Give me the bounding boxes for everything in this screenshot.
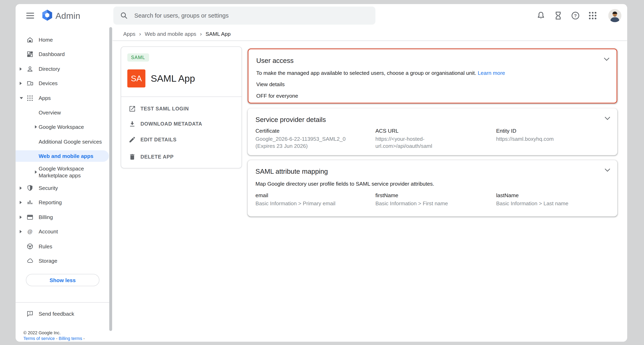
app-title: SAML App: [151, 69, 195, 87]
expand-right-icon[interactable]: [20, 186, 22, 190]
top-app-bar: Admin Search for users, groups or settin…: [16, 4, 627, 27]
sidebar-item-security[interactable]: Security: [16, 182, 109, 194]
sidebar-item-account[interactable]: @ Account: [16, 226, 109, 238]
expand-right-icon[interactable]: [20, 82, 22, 85]
expand-right-icon[interactable]: [35, 125, 37, 128]
breadcrumb-current: SAML App: [206, 30, 230, 36]
sidebar-item-apps[interactable]: Apps: [16, 92, 109, 104]
sidebar-item-devices[interactable]: Devices: [16, 78, 109, 89]
pencil-icon: [129, 136, 136, 143]
download-metadata-button[interactable]: DOWNLOAD METADATA: [121, 116, 242, 132]
panel-title: User access: [256, 56, 608, 65]
sidebar-item-directory[interactable]: Directory: [16, 63, 109, 75]
hamburger-menu-icon[interactable]: [25, 11, 35, 21]
at-sign-icon: @: [26, 228, 34, 236]
brand-logo: Admin: [42, 10, 80, 23]
email-mapping-field: email Basic Information > Primary email: [256, 192, 376, 207]
sidebar-item-home[interactable]: Home: [16, 34, 109, 46]
settings-panels: User access To make the managed app avai…: [248, 48, 617, 222]
user-avatar[interactable]: [608, 9, 621, 22]
hourglass-icon[interactable]: [553, 11, 563, 21]
dashboard-icon: [26, 50, 34, 58]
svg-text:?: ?: [574, 13, 577, 18]
app-monogram-avatar: SA: [127, 69, 145, 87]
open-in-new-icon: [129, 105, 136, 112]
chevron-right-icon: ›: [200, 30, 202, 37]
panel-title: SAML attribute mapping: [256, 167, 610, 176]
topbar-actions: ?: [536, 4, 621, 27]
devices-icon: [26, 80, 34, 87]
expand-right-icon[interactable]: [35, 170, 37, 174]
expand-right-icon[interactable]: [20, 201, 22, 204]
delete-app-button[interactable]: DELETE APP: [121, 149, 242, 164]
apps-grid-icon[interactable]: [588, 11, 598, 21]
sidebar-item-google-workspace[interactable]: Google Workspace: [16, 121, 109, 133]
help-icon[interactable]: ?: [570, 11, 580, 21]
sidebar-scrollbar[interactable]: [109, 27, 112, 331]
copyright-text: © 2022 Google Inc.: [24, 330, 85, 336]
brand-name: Admin: [56, 11, 80, 21]
bar-chart-icon: [26, 199, 34, 206]
expand-right-icon[interactable]: [20, 216, 22, 219]
sidebar-divider: [16, 302, 109, 303]
chevron-down-icon[interactable]: [604, 58, 610, 61]
sidebar-item-additional-google-services[interactable]: Additional Google services: [16, 136, 109, 148]
cloud-icon: [26, 257, 34, 264]
expand-right-icon[interactable]: [20, 230, 22, 233]
terms-of-service-link[interactable]: Terms of service: [24, 336, 55, 341]
sidebar-footer: © 2022 Google Inc. Terms of service - Bi…: [24, 330, 85, 341]
saml-type-badge: SAML: [127, 54, 149, 62]
sidebar-nav: Home Dashboard Directory D: [16, 27, 110, 342]
test-saml-login-button[interactable]: TEST SAML LOGIN: [121, 101, 242, 116]
acs-url-field: ACS URL https://<your-hosted- url.com>/a…: [376, 127, 496, 150]
breadcrumb: Apps › Web and mobile apps › SAML App: [112, 27, 627, 41]
breadcrumb-web-and-mobile-apps[interactable]: Web and mobile apps: [144, 30, 196, 36]
bell-icon[interactable]: [536, 11, 546, 21]
page: Admin Search for users, groups or settin…: [0, 0, 644, 345]
svg-text:@: @: [27, 229, 32, 234]
feedback-icon: [26, 310, 34, 318]
billing-terms-link[interactable]: Billing terms: [59, 336, 82, 341]
steering-wheel-icon: [26, 243, 34, 250]
sidebar-item-storage[interactable]: Storage: [16, 255, 109, 266]
certificate-field: Certificate Google_2026-6-22-113953_SAML…: [256, 127, 376, 150]
home-icon: [26, 36, 34, 44]
app-info-card: SAML SA SAML App TEST SAML LOGIN DOWNLOA…: [121, 46, 242, 168]
admin-console-window: Admin Search for users, groups or settin…: [16, 4, 627, 342]
chevron-down-icon[interactable]: [604, 117, 610, 120]
sidebar-item-dashboard[interactable]: Dashboard: [16, 48, 109, 60]
sidebar-item-reporting[interactable]: Reporting: [16, 197, 109, 208]
credit-card-icon: [26, 214, 34, 221]
sidebar-item-web-and-mobile-apps[interactable]: Web and mobile apps: [16, 150, 109, 162]
breadcrumb-apps[interactable]: Apps: [123, 30, 135, 36]
expand-right-icon[interactable]: [20, 67, 22, 70]
chevron-right-icon: ›: [139, 30, 141, 37]
main-content: Apps › Web and mobile apps › SAML App SA…: [112, 27, 627, 342]
show-less-button[interactable]: Show less: [26, 274, 99, 286]
apps-grid-icon: [26, 94, 34, 102]
panel-title: Service provider details: [256, 115, 610, 124]
attribute-mapping-panel: SAML attribute mapping Map Google direct…: [248, 160, 617, 216]
learn-more-link[interactable]: Learn more: [478, 70, 505, 76]
view-details-link[interactable]: View details: [256, 81, 608, 88]
edit-details-button[interactable]: EDIT DETAILS: [121, 132, 242, 147]
sidebar-item-overview[interactable]: Overview: [16, 107, 109, 118]
sidebar-item-gw-marketplace-apps[interactable]: Google Workspace Marketplace apps: [16, 162, 109, 182]
service-provider-panel: Service provider details Certificate Goo…: [248, 108, 617, 155]
card-divider: [121, 96, 242, 97]
search-input[interactable]: Search for users, groups or settings: [113, 6, 376, 24]
firstname-mapping-field: firstName Basic Information > First name: [376, 192, 496, 207]
attribute-mapping-description: Map Google directory user profile fields…: [256, 180, 610, 188]
shield-icon: [26, 184, 34, 192]
entity-id-field: Entity ID https://saml.boxyhq.com: [496, 127, 610, 150]
search-placeholder: Search for users, groups or settings: [134, 12, 228, 19]
chevron-down-icon[interactable]: [604, 168, 610, 172]
search-icon: [120, 12, 128, 20]
send-feedback-button[interactable]: Send feedback: [16, 308, 109, 320]
sidebar-item-billing[interactable]: Billing: [16, 212, 109, 223]
admin-hexagon-logo: [42, 10, 52, 23]
expand-down-icon[interactable]: [20, 97, 23, 99]
trash-icon: [129, 153, 136, 160]
sidebar-item-rules[interactable]: Rules: [16, 241, 109, 252]
user-access-panel: User access To make the managed app avai…: [248, 48, 617, 104]
